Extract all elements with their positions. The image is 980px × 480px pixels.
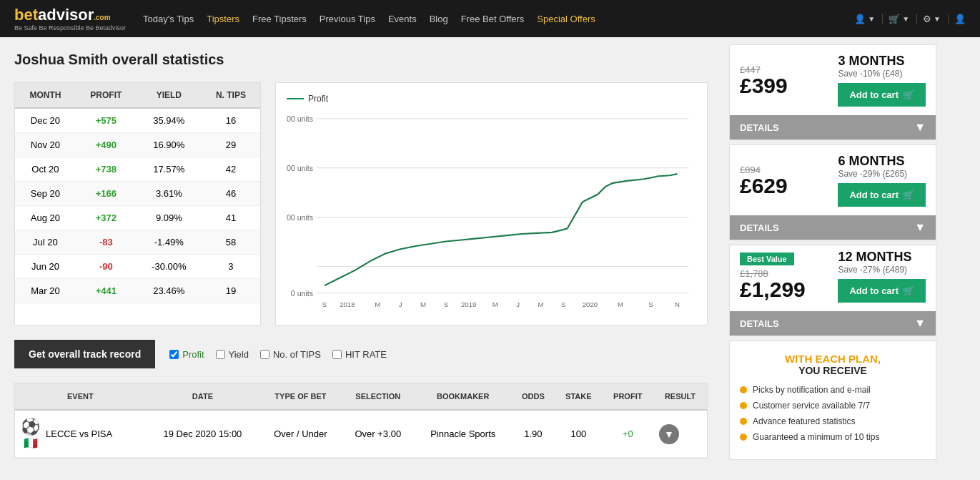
nav-events[interactable]: Events xyxy=(388,14,417,24)
checkbox-profit[interactable]: Profit xyxy=(169,349,204,360)
hitrate-checkbox[interactable] xyxy=(332,350,342,359)
cart-icon-6months: 🛒 xyxy=(903,190,914,200)
add-to-cart-12months-button[interactable]: Add to cart 🛒 xyxy=(838,279,926,303)
plan-details-bar-6months[interactable]: DETAILS ▼ xyxy=(730,215,936,240)
bet-selection: Over +3.00 xyxy=(342,410,415,458)
add-to-cart-6months-button[interactable]: Add to cart 🛒 xyxy=(838,183,926,207)
plan-info-6months: 6 MONTHS Save -29% (£265) Add to cart 🛒 xyxy=(838,154,926,207)
bets-col-odds: ODDS xyxy=(512,383,555,410)
table-row: Jul 20 -83 -1.49% 58 xyxy=(15,230,260,255)
nav-blog[interactable]: Blog xyxy=(430,14,448,24)
bets-col-type: TYPE OF BET xyxy=(259,383,342,410)
track-record-area: Get overall track record Profit Yield No… xyxy=(14,340,708,368)
nav-free-tipsters[interactable]: Free Tipsters xyxy=(252,14,307,24)
table-row: Jun 20 -90 -30.00% 3 xyxy=(15,255,260,279)
stat-yield: -30.00% xyxy=(137,255,202,279)
svg-text:S: S xyxy=(648,300,653,308)
chart-legend: Profit xyxy=(287,94,696,104)
settings-icon-group[interactable]: ⚙ ▼ xyxy=(923,14,949,24)
plan-months-label-12months: 12 MONTHS xyxy=(838,250,926,265)
stat-tips: 29 xyxy=(202,133,260,157)
add-to-cart-3months-button[interactable]: Add to cart 🛒 xyxy=(838,83,926,107)
track-record-button[interactable]: Get overall track record xyxy=(14,340,155,368)
plan-add-area-12months: Add to cart 🛒 xyxy=(838,279,926,303)
nav-special-offers[interactable]: Special Offers xyxy=(537,14,595,24)
table-row: Oct 20 +738 17.57% 42 xyxy=(15,157,260,182)
stats-table-container: MONTH PROFIT YIELD N. TIPS Dec 20 +575 3… xyxy=(14,82,261,325)
benefit-dot xyxy=(740,386,747,393)
plan-current-price-3months: £399 xyxy=(740,75,788,97)
cart-icon-group[interactable]: 🛒 ▼ xyxy=(889,14,917,24)
svg-text:S: S xyxy=(322,300,327,308)
bets-section: EVENT DATE TYPE OF BET SELECTION BOOKMAK… xyxy=(14,383,708,459)
benefit-dot xyxy=(740,402,747,409)
checkbox-yield[interactable]: Yield xyxy=(216,349,249,360)
benefit-text: Guaranteed a minimum of 10 tips xyxy=(753,432,879,442)
table-row: Mar 20 +441 23.46% 19 xyxy=(15,279,260,303)
svg-text:J: J xyxy=(516,300,520,308)
stat-profit: -90 xyxy=(76,255,137,279)
settings-icon: ⚙ xyxy=(923,14,931,24)
col-ntips: N. TIPS xyxy=(202,83,260,108)
checkbox-notips[interactable]: No. of TIPS xyxy=(260,349,321,360)
stat-profit: +490 xyxy=(76,133,137,157)
profile-icon[interactable]: 👤 xyxy=(954,14,966,24)
user-chevron-icon: ▼ xyxy=(868,15,875,23)
stat-tips: 58 xyxy=(202,230,260,255)
plan-details-label-12months: DETAILS xyxy=(740,318,779,329)
table-row: Nov 20 +490 16.90% 29 xyxy=(15,133,260,157)
svg-text:2018: 2018 xyxy=(340,300,355,308)
stat-yield: 35.94% xyxy=(137,108,202,133)
nav-tipsters[interactable]: Tipsters xyxy=(207,14,239,24)
bets-col-stake: STAKE xyxy=(555,383,602,410)
user-icon-group[interactable]: 👤 ▼ xyxy=(854,14,883,24)
result-expand-button[interactable]: ▼ xyxy=(659,424,679,444)
svg-text:M: M xyxy=(375,300,380,308)
chart-container: Profit 30000 units 20000 units 10000 uni… xyxy=(275,82,708,325)
plan-card-6months: £894 £629 6 MONTHS Save -29% (£265) Add … xyxy=(729,145,936,240)
svg-text:M: M xyxy=(538,300,543,308)
svg-text:S: S xyxy=(444,300,448,308)
bets-col-date: DATE xyxy=(146,383,259,410)
svg-text:N: N xyxy=(675,300,680,308)
bet-bookmaker: Pinnacle Sports xyxy=(415,410,512,458)
stat-month: Dec 20 xyxy=(15,108,76,133)
yield-checkbox[interactable] xyxy=(216,350,225,359)
table-row: Aug 20 +372 9.09% 41 xyxy=(15,206,260,230)
plan-info-12months: 12 MONTHS Save -27% (£489) Add to cart 🛒 xyxy=(838,250,926,303)
notips-checkbox[interactable] xyxy=(260,350,269,359)
stat-yield: 16.90% xyxy=(137,133,202,157)
nav-todays-tips[interactable]: Today's Tips xyxy=(143,14,194,24)
col-month: MONTH xyxy=(15,83,76,108)
bet-result[interactable]: ▼ xyxy=(653,410,707,458)
checkbox-group: Profit Yield No. of TIPS HIT RATE xyxy=(169,349,387,360)
bet-type: Over / Under xyxy=(259,410,342,458)
flag-icon: 🇮🇹 xyxy=(24,436,38,450)
svg-text:2019: 2019 xyxy=(461,300,476,308)
plan-card-3months: £447 £399 3 MONTHS Save -10% (£48) Add t… xyxy=(729,44,936,140)
soccer-icon: ⚽ xyxy=(21,418,40,436)
stat-tips: 19 xyxy=(202,279,260,303)
plan-save-3months: Save -10% (£48) xyxy=(838,69,926,79)
cart-icon-12months: 🛒 xyxy=(903,285,914,296)
stat-month: Jun 20 xyxy=(15,255,76,279)
plan-details-bar-12months[interactable]: DETAILS ▼ xyxy=(730,311,936,335)
profit-label: Profit xyxy=(182,349,204,360)
stats-table: MONTH PROFIT YIELD N. TIPS Dec 20 +575 3… xyxy=(15,83,260,303)
bet-odds: 1.90 xyxy=(512,410,555,458)
benefit-dot xyxy=(740,434,747,441)
main-nav: Today's Tips Tipsters Free Tipsters Prev… xyxy=(143,14,837,24)
profit-checkbox[interactable] xyxy=(169,350,179,359)
stat-month: Oct 20 xyxy=(15,157,76,182)
stats-wrapper: MONTH PROFIT YIELD N. TIPS Dec 20 +575 3… xyxy=(14,82,708,325)
nav-free-bet-offers[interactable]: Free Bet Offers xyxy=(461,14,525,24)
header: betadvisor.com Be Safe Be Responsible Be… xyxy=(0,0,980,37)
checkbox-hitrate[interactable]: HIT RATE xyxy=(332,349,387,360)
benefit-item: Advance featured statistics xyxy=(740,416,926,426)
plan-price-area-12months: Best Value £1,788 £1,299 xyxy=(740,253,806,300)
details-chevron-6months: ▼ xyxy=(914,221,926,234)
plan-details-bar-3months[interactable]: DETAILS ▼ xyxy=(730,115,936,139)
nav-previous-tips[interactable]: Previous Tips xyxy=(320,14,375,24)
stat-yield: 17.57% xyxy=(137,157,202,182)
yield-label: Yield xyxy=(229,349,249,360)
